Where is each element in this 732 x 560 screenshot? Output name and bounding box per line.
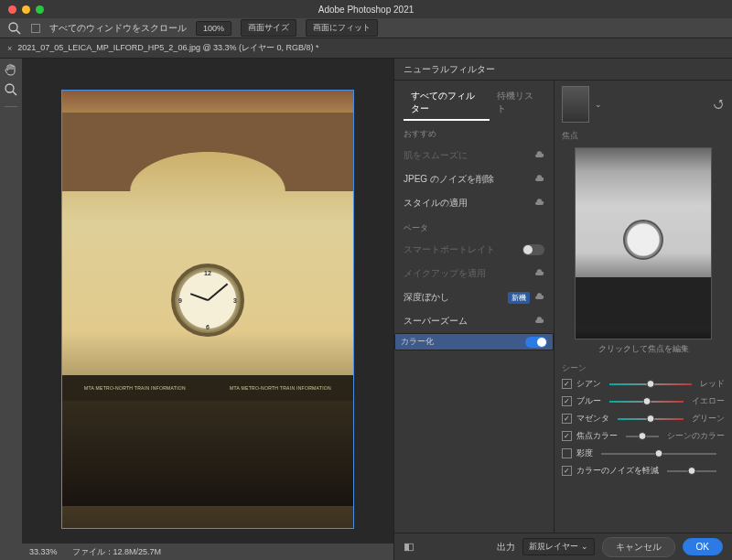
document-image: 12 6 9 3 MTA METRO-NORTH TRAIN INFORMATI… xyxy=(61,90,354,529)
document-tab[interactable]: 2021_07_05_LEICA_MP_ILFORD_HP5_2_06.jpg … xyxy=(17,42,318,54)
preview-hint: クリックして焦点を編集 xyxy=(562,343,725,355)
divider xyxy=(5,106,17,107)
layer-thumbnail[interactable] xyxy=(562,86,589,123)
panel-footer: 出力 新規レイヤー ⌄ キャンセル OK xyxy=(394,533,732,560)
section-beta: ベータ xyxy=(394,215,554,238)
slider-knob[interactable] xyxy=(647,415,655,423)
slider-track[interactable] xyxy=(618,418,684,420)
slider-row: ✓ ブルー イエロー xyxy=(562,395,725,407)
slider-track[interactable] xyxy=(601,453,716,455)
cancel-button[interactable]: キャンセル xyxy=(602,537,675,557)
filter-style-transfer[interactable]: スタイルの適用 xyxy=(394,191,554,215)
svg-point-0 xyxy=(9,23,17,31)
slider-track[interactable] xyxy=(609,383,692,385)
slider-checkbox[interactable] xyxy=(562,448,572,458)
clock-graphic: 12 6 9 3 xyxy=(171,264,244,337)
zoom-100-button[interactable]: 100% xyxy=(196,21,231,36)
new-badge: 新機 xyxy=(508,292,530,304)
slider-row: ✓ シアン レッド xyxy=(562,378,725,390)
filter-jpeg-noise[interactable]: JPEG のノイズを削除 xyxy=(394,167,554,191)
preview-toggle-icon[interactable] xyxy=(404,542,414,553)
cloud-download-icon xyxy=(534,199,544,209)
traffic-lights[interactable] xyxy=(0,5,44,14)
slider-knob[interactable] xyxy=(655,449,663,458)
booth-sign: MTA METRO-NORTH TRAIN INFORMATION xyxy=(84,385,186,391)
maximize-icon[interactable] xyxy=(36,5,44,14)
slider-track[interactable] xyxy=(667,470,716,472)
filter-super-zoom[interactable]: スーパーズーム xyxy=(394,309,554,333)
status-bar: 33.33% ファイル：12.8M/25.7M xyxy=(22,544,393,560)
slider-checkbox[interactable]: ✓ xyxy=(562,396,572,406)
slider-track[interactable] xyxy=(626,436,659,437)
toggle-off[interactable] xyxy=(522,244,544,255)
slider-knob[interactable] xyxy=(688,467,696,475)
tab-waitlist[interactable]: 待機リスト xyxy=(490,86,544,121)
zoom-tool-icon xyxy=(7,21,22,36)
slider-knob[interactable] xyxy=(639,432,647,440)
slider-right-label: シーンのカラー xyxy=(667,430,725,442)
cloud-download-icon xyxy=(534,317,544,327)
output-label: 出力 xyxy=(497,541,515,554)
tab-all-filters[interactable]: すべてのフィルター xyxy=(404,86,490,121)
zoom-status[interactable]: 33.33% xyxy=(29,547,58,556)
slider-knob[interactable] xyxy=(647,380,655,388)
slider-right-label: イエロー xyxy=(692,395,725,407)
filter-settings: ⌄ 焦点 クリックして焦点を編集 シーン ✓ シアン レッド✓ ブルー イエロー… xyxy=(554,81,732,533)
cloud-download-icon xyxy=(534,151,544,161)
slider-left-label: カラーのノイズを軽減 xyxy=(576,465,659,477)
file-status: ファイル：12.8M/25.7M xyxy=(72,546,162,558)
panel-title: ニューラルフィルター xyxy=(394,59,732,81)
slider-right-label: グリーン xyxy=(692,413,725,425)
tool-palette xyxy=(0,59,22,560)
reset-icon[interactable] xyxy=(712,98,725,111)
filter-makeup[interactable]: メイクアップを適用 xyxy=(394,262,554,285)
zoom-tool-icon[interactable] xyxy=(4,82,18,97)
canvas-area[interactable]: 12 6 9 3 MTA METRO-NORTH TRAIN INFORMATI… xyxy=(22,59,393,560)
app-title: Adobe Photoshop 2021 xyxy=(318,5,414,15)
slider-row: 彩度 xyxy=(562,447,725,459)
close-icon[interactable] xyxy=(8,5,16,14)
filter-smart-portrait[interactable]: スマートポートレイト xyxy=(394,238,554,262)
focus-label: 焦点 xyxy=(562,130,725,142)
hand-tool-icon[interactable] xyxy=(4,62,18,77)
slider-checkbox[interactable]: ✓ xyxy=(562,431,572,441)
toggle-on[interactable] xyxy=(525,337,547,348)
slider-checkbox[interactable]: ✓ xyxy=(562,379,572,389)
filter-colorize[interactable]: カラー化 xyxy=(394,333,554,350)
slider-checkbox[interactable]: ✓ xyxy=(562,414,572,424)
slider-checkbox[interactable]: ✓ xyxy=(562,466,572,476)
section-featured: おすすめ xyxy=(394,121,554,144)
slider-row: ✓ 焦点カラー シーンのカラー xyxy=(562,430,725,442)
svg-line-3 xyxy=(13,92,16,95)
cloud-download-icon xyxy=(534,269,544,279)
svg-line-1 xyxy=(16,30,20,34)
slider-left-label: ブルー xyxy=(576,395,601,407)
slider-left-label: 焦点カラー xyxy=(576,430,618,442)
minimize-icon[interactable] xyxy=(22,5,30,14)
preview-image[interactable] xyxy=(575,147,712,339)
scroll-all-checkbox[interactable] xyxy=(31,24,40,33)
ok-button[interactable]: OK xyxy=(683,538,723,555)
slider-knob[interactable] xyxy=(642,397,651,405)
slider-left-label: マゼンタ xyxy=(576,413,609,425)
filter-list: すべてのフィルター 待機リスト おすすめ 肌をスムーズに JPEG のノイズを削… xyxy=(394,81,554,533)
scroll-all-label: すべてのウィンドウをスクロール xyxy=(49,22,187,35)
slider-left-label: 彩度 xyxy=(576,447,593,459)
slider-row: ✓ カラーのノイズを軽減 xyxy=(562,465,725,477)
filter-smooth-skin[interactable]: 肌をスムーズに xyxy=(394,144,554,167)
cloud-download-icon xyxy=(534,175,544,185)
window-titlebar: Adobe Photoshop 2021 xyxy=(0,0,732,18)
output-select[interactable]: 新規レイヤー ⌄ xyxy=(522,538,595,555)
slider-track[interactable] xyxy=(609,401,684,403)
chevron-down-icon[interactable]: ⌄ xyxy=(595,100,602,109)
slider-right-label: レッド xyxy=(700,378,725,390)
fit-window-button[interactable]: 画面にフィット xyxy=(306,19,378,37)
scene-heading: シーン xyxy=(562,362,725,374)
fit-screen-button[interactable]: 画面サイズ xyxy=(241,19,296,37)
close-tab-icon[interactable]: × xyxy=(7,44,12,53)
document-tab-bar: × 2021_07_05_LEICA_MP_ILFORD_HP5_2_06.jp… xyxy=(0,38,732,59)
options-bar: すべてのウィンドウをスクロール 100% 画面サイズ 画面にフィット xyxy=(0,18,732,38)
svg-rect-5 xyxy=(405,544,410,551)
cloud-download-icon xyxy=(534,293,544,303)
filter-depth-blur[interactable]: 深度ぼかし新機 xyxy=(394,285,554,309)
